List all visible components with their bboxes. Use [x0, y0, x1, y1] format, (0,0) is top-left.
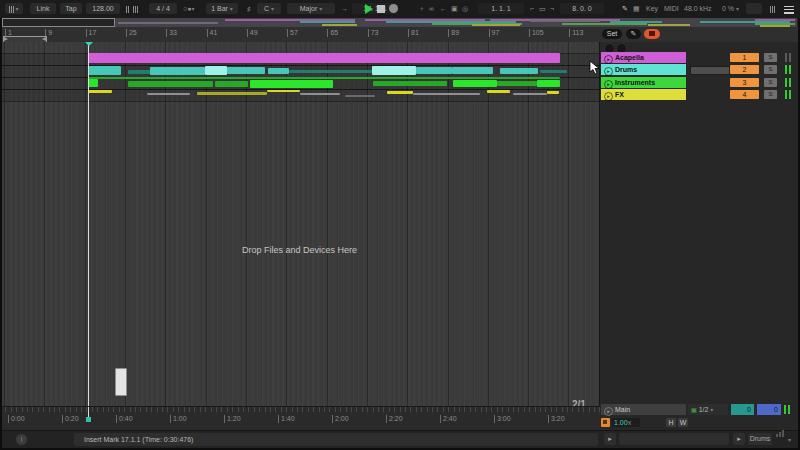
track-header-instruments[interactable]: ▸Instruments3S — [600, 77, 800, 88]
session-record-icon[interactable]: ◎ — [462, 3, 468, 14]
cpu-load-meter[interactable]: 0 % ▾ — [722, 3, 739, 14]
arrangement-clip[interactable] — [88, 79, 98, 87]
arrangement-clip[interactable] — [413, 93, 480, 95]
automation-arm-icon[interactable]: ∞ — [429, 3, 434, 14]
metronome-icon[interactable] — [126, 3, 139, 14]
punch-in-icon[interactable]: ⌐ — [530, 3, 534, 14]
main-volume-field[interactable]: 0 — [757, 404, 781, 415]
arrangement-clip[interactable] — [345, 95, 375, 97]
arrangement-clip[interactable] — [487, 90, 510, 93]
beat-time-ruler[interactable]: 191725334149576573818997105113 Set ✎ — [0, 27, 800, 43]
selected-track-badge[interactable]: Drums — [748, 433, 772, 445]
track-activator-button[interactable]: 1 — [730, 53, 759, 62]
scale-root-menu[interactable]: C ▾ — [257, 3, 281, 14]
optimize-width-button[interactable]: W — [678, 418, 688, 427]
meter-menu-caret-icon[interactable]: ▾ — [788, 436, 791, 443]
panel-toggle-icon[interactable] — [784, 4, 794, 15]
computer-midi-keyboard-icon[interactable]: ▦ — [633, 3, 640, 14]
arrangement-clip[interactable] — [372, 66, 416, 75]
info-view-icon[interactable]: i — [16, 434, 27, 445]
punch-out-icon[interactable]: ¬ — [550, 3, 554, 14]
arrangement-clip[interactable] — [387, 91, 413, 94]
loop-length-field[interactable]: 8. 0. 0 — [560, 3, 604, 14]
arrangement-clip[interactable] — [513, 93, 547, 95]
tempo-follower-icon[interactable] — [601, 418, 610, 427]
track-unfold-icon[interactable]: ▸ — [604, 55, 613, 64]
arrangement-clip[interactable] — [547, 91, 559, 94]
capture-midi-icon[interactable]: ▣ — [451, 3, 458, 14]
reenable-automation-icon[interactable]: ← — [440, 3, 447, 14]
tap-tempo-button[interactable]: Tap — [60, 3, 82, 14]
arrangement-clip[interactable] — [497, 81, 537, 86]
groove-amount-icon[interactable]: ○●▾ — [183, 3, 194, 14]
track-solo-button[interactable]: S — [764, 65, 777, 74]
arrangement-clip[interactable] — [197, 92, 267, 95]
arrangement-canvas[interactable]: Drop Files and Devices Here — [0, 42, 600, 406]
arrangement-clip[interactable] — [215, 81, 248, 87]
track-unfold-icon[interactable]: ▸ — [604, 92, 613, 101]
track-solo-button[interactable]: S — [764, 90, 777, 99]
track-header-fx[interactable]: ▸FX4S — [600, 89, 800, 100]
arrangement-clip[interactable] — [250, 80, 333, 88]
link-button[interactable]: Link — [30, 3, 56, 14]
arrangement-clip[interactable] — [452, 67, 493, 74]
playback-speed-field[interactable]: 1.00x — [612, 418, 640, 427]
arrangement-clip[interactable] — [227, 67, 265, 74]
arrangement-clip[interactable] — [267, 90, 300, 92]
cue-out-chooser[interactable]: ▦ 1/2 ▾ — [688, 404, 728, 415]
quantization-menu[interactable]: 1 Bar ▾ — [206, 3, 238, 14]
track-unfold-icon[interactable]: ▸ — [604, 80, 613, 89]
arrangement-clip[interactable] — [268, 68, 289, 74]
time-ruler[interactable]: 0:000:200:401:001:201:402:002:202:403:00… — [0, 406, 600, 431]
track-name[interactable]: ▸Drums — [601, 64, 686, 75]
record-button[interactable] — [389, 4, 398, 13]
unfold-icon[interactable]: ▸ — [604, 407, 613, 416]
arrangement-clip[interactable] — [300, 93, 340, 95]
time-signature-field[interactable]: 4 / 4 — [149, 3, 177, 14]
track-name[interactable]: ▸Instruments — [601, 77, 686, 88]
back-to-arrangement-button[interactable] — [644, 29, 660, 39]
track-activator-button[interactable]: 4 — [730, 90, 759, 99]
arrangement-clip[interactable] — [500, 68, 538, 74]
insert-marker-icon[interactable] — [85, 42, 93, 46]
arrangement-clip[interactable] — [147, 93, 190, 95]
arrangement-clip[interactable] — [88, 66, 121, 75]
track-activator-button[interactable]: 2 — [730, 65, 759, 74]
arrangement-clip[interactable] — [88, 53, 560, 63]
loop-switch-icon[interactable]: ▭ — [539, 3, 546, 14]
arrangement-clip[interactable] — [289, 70, 372, 73]
arrangement-clip[interactable] — [453, 80, 497, 87]
set-locator-button[interactable]: Set — [602, 29, 622, 39]
arrangement-overview[interactable] — [0, 18, 800, 27]
preview-play-button[interactable]: ▸ — [604, 433, 616, 445]
track-play-button[interactable]: ▸ — [733, 433, 745, 445]
track-solo-button[interactable]: S — [764, 53, 777, 62]
loop-start-field[interactable]: 1. 1. 1 — [478, 3, 524, 14]
view-options-icon[interactable]: ▾ — [5, 3, 23, 14]
scrollbar-thumb[interactable] — [115, 368, 127, 396]
tempo-field[interactable]: 128.00 — [86, 3, 120, 14]
midi-map-button[interactable]: MIDI — [664, 3, 679, 14]
arrangement-clip[interactable] — [373, 81, 447, 86]
play-button[interactable] — [365, 4, 373, 14]
stop-button[interactable] — [377, 5, 385, 13]
track-activator-button[interactable]: 3 — [730, 78, 759, 87]
arrangement-clip[interactable] — [416, 67, 452, 74]
cue-level-field[interactable]: 0 — [731, 404, 754, 415]
track-solo-button[interactable]: S — [764, 78, 777, 87]
arrangement-clip[interactable] — [128, 81, 213, 87]
arrangement-clip[interactable] — [88, 90, 112, 93]
overview-viewport[interactable] — [2, 18, 115, 27]
arrangement-clip[interactable] — [88, 77, 560, 79]
arrangement-clip[interactable] — [540, 70, 567, 73]
main-track-name[interactable]: ▸Main — [601, 404, 686, 415]
track-input-chooser[interactable] — [690, 66, 730, 75]
track-name[interactable]: ▸Acapella — [601, 52, 686, 63]
optimize-height-button[interactable]: H — [666, 418, 676, 427]
track-unfold-icon[interactable]: ▸ — [604, 67, 613, 76]
arrangement-clip[interactable] — [537, 80, 560, 87]
track-header-acapella[interactable]: ▸Acapella1S — [600, 52, 800, 63]
arrangement-clip[interactable] — [150, 67, 205, 75]
follow-button[interactable]: → — [341, 3, 348, 14]
scale-name-menu[interactable]: Major ▾ — [287, 3, 335, 14]
